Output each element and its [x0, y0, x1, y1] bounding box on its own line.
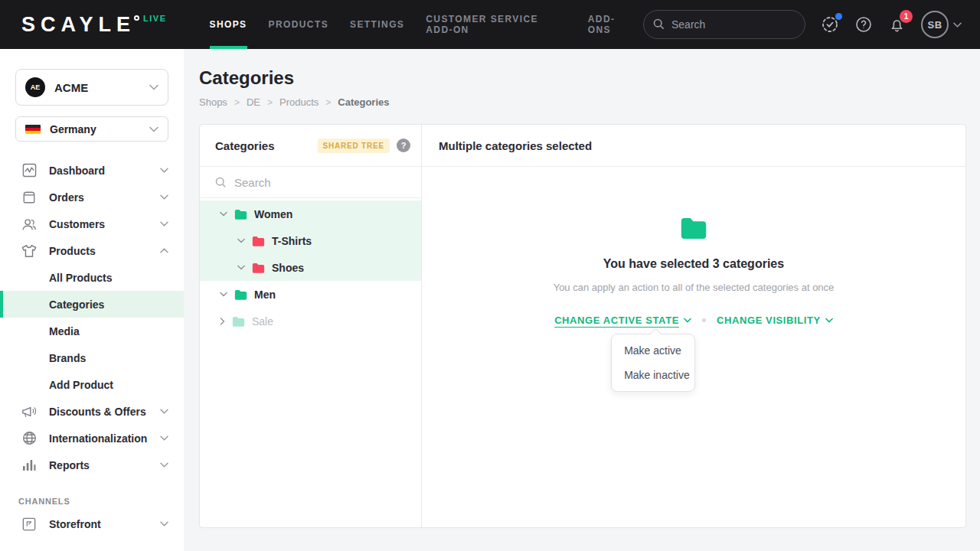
tasks-status-button[interactable]: [821, 15, 839, 34]
tree-item-label: Shoes: [272, 262, 304, 274]
scayle-logo[interactable]: SCAYLE LIVE: [21, 12, 167, 37]
breadcrumb-separator: >: [267, 97, 273, 108]
selection-hint-subtitle: You can apply an action to all of the se…: [554, 282, 835, 293]
sidebar-item-add-product[interactable]: Add Product: [0, 371, 184, 398]
sidebar-item-label: Orders: [49, 191, 84, 204]
help-icon[interactable]: ?: [397, 139, 410, 152]
tree-item-shoes[interactable]: Shoes: [200, 254, 421, 281]
sidebar-item-label: Storefront: [49, 518, 101, 530]
sidebar-item-products[interactable]: Products: [0, 237, 184, 264]
tree-panel-title: Categories: [215, 139, 275, 152]
chevron-down-icon: [160, 168, 168, 173]
chevron-down-icon[interactable]: [220, 211, 227, 217]
chevron-down-icon: [160, 194, 168, 200]
sidebar-item-storefront[interactable]: Storefront: [0, 510, 184, 537]
main-content: Categories Shops > DE > Products > Categ…: [184, 49, 980, 551]
chevron-right-icon[interactable]: [220, 318, 225, 325]
tree-search-input[interactable]: [234, 176, 406, 189]
help-button[interactable]: [854, 15, 873, 34]
sidebar: AE ACME Germany Dashboard Orders Custome…: [0, 49, 184, 551]
top-nav-settings[interactable]: SETTINGS: [339, 0, 415, 49]
chevron-down-icon[interactable]: [237, 238, 245, 243]
sidebar-item-media[interactable]: Media: [0, 318, 184, 344]
chevron-down-icon[interactable]: [220, 292, 227, 297]
shared-tree-badge: SHARED TREE: [318, 139, 390, 153]
chevron-down-icon: [160, 521, 168, 527]
sidebar-item-dashboard[interactable]: Dashboard: [0, 157, 184, 184]
folder-icon: [232, 316, 245, 327]
sidebar-item-orders[interactable]: Orders: [0, 184, 184, 210]
categories-panel: Categories SHARED TREE ? Women T-Shirts: [199, 124, 966, 528]
breadcrumb-categories: Categories: [338, 96, 389, 108]
sidebar-menu: Dashboard Orders Customers Products All …: [0, 157, 184, 537]
tree-item-label: T-Shirts: [272, 235, 312, 247]
page-title: Categories: [199, 67, 966, 89]
chevron-down-icon: [684, 318, 691, 323]
folder-icon: [252, 236, 265, 246]
tree-item-t-shirts[interactable]: T-Shirts: [200, 227, 421, 254]
notifications-button[interactable]: 1: [888, 16, 906, 34]
chevron-down-icon: [149, 126, 158, 132]
avatar: SB: [921, 11, 949, 38]
chevron-down-icon: [160, 462, 168, 468]
sidebar-item-label: Reports: [49, 459, 90, 471]
sidebar-item-discounts-offers[interactable]: Discounts & Offers: [0, 398, 184, 425]
chevron-down-icon: [149, 84, 158, 90]
sidebar-item-brands[interactable]: Brands: [0, 344, 184, 371]
sidebar-item-label: Discounts & Offers: [49, 406, 146, 418]
tenant-selector[interactable]: AE ACME: [15, 69, 168, 106]
tree-item-women[interactable]: Women: [200, 201, 421, 227]
folder-icon: [680, 217, 707, 239]
tree-item-label: Women: [254, 208, 292, 220]
menu-item-make-inactive[interactable]: Make inactive: [612, 363, 694, 387]
tree-item-sale[interactable]: Sale: [200, 308, 421, 334]
top-nav-shops[interactable]: SHOPS: [199, 0, 258, 49]
sidebar-item-internationalization[interactable]: Internationalization: [0, 425, 184, 452]
storefront-icon: [21, 517, 37, 531]
change-visibility-button[interactable]: CHANGE VISIBILITY: [717, 315, 833, 326]
top-nav-customer-service-add-on[interactable]: CUSTOMER SERVICE ADD-ON: [415, 0, 577, 49]
global-search-input[interactable]: [643, 10, 805, 39]
shop-name: Germany: [50, 123, 96, 135]
megaphone-icon: [21, 405, 37, 419]
chevron-down-icon: [160, 435, 168, 441]
selection-header: Multiple categories selected: [439, 139, 592, 152]
sidebar-item-reports[interactable]: Reports: [0, 452, 184, 478]
multi-select-empty-state: You have selected 3 categories You can a…: [422, 217, 965, 326]
breadcrumb-separator: >: [325, 97, 331, 108]
sidebar-item-label: Dashboard: [49, 165, 105, 177]
tenant-name: ACME: [54, 81, 88, 94]
breadcrumb-de[interactable]: DE: [247, 96, 260, 108]
live-badge: LIVE: [143, 14, 166, 23]
sidebar-item-label: Customers: [49, 218, 105, 230]
top-nav-add-ons[interactable]: ADD-ONS: [577, 0, 643, 49]
breadcrumb: Shops > DE > Products > Categories: [199, 96, 966, 108]
tenant-badge: AE: [25, 77, 45, 97]
chevron-down-icon: [825, 318, 833, 323]
breadcrumb-products[interactable]: Products: [279, 96, 318, 108]
breadcrumb-separator: >: [234, 97, 240, 108]
tree-item-men[interactable]: Men: [200, 281, 421, 308]
germany-flag-icon: [25, 125, 41, 134]
sidebar-item-categories[interactable]: Categories: [0, 291, 184, 318]
search-icon: [653, 18, 665, 30]
change-active-state-button[interactable]: CHANGE ACTIVE STATE: [554, 315, 691, 326]
menu-item-make-active[interactable]: Make active: [612, 338, 694, 363]
sidebar-item-label: Internationalization: [49, 432, 147, 445]
orders-icon: [21, 191, 37, 204]
shop-selector[interactable]: Germany: [15, 116, 168, 142]
chevron-up-icon: [160, 248, 168, 253]
dashboard-icon: [21, 163, 37, 178]
top-nav-products[interactable]: PRODUCTS: [258, 0, 340, 49]
user-menu[interactable]: SB: [921, 11, 962, 38]
folder-icon: [234, 289, 247, 300]
actions-dot-separator: [702, 318, 706, 322]
chevron-down-icon[interactable]: [237, 265, 245, 270]
folder-icon: [252, 262, 265, 273]
top-navigation: SHOPS PRODUCTS SETTINGS CUSTOMER SERVICE…: [199, 0, 644, 49]
sidebar-item-all-products[interactable]: All Products: [0, 264, 184, 291]
bar-chart-icon: [21, 459, 37, 471]
breadcrumb-shops[interactable]: Shops: [199, 96, 227, 108]
sidebar-item-customers[interactable]: Customers: [0, 210, 184, 237]
topbar: SCAYLE LIVE SHOPS PRODUCTS SETTINGS CUST…: [0, 0, 980, 49]
